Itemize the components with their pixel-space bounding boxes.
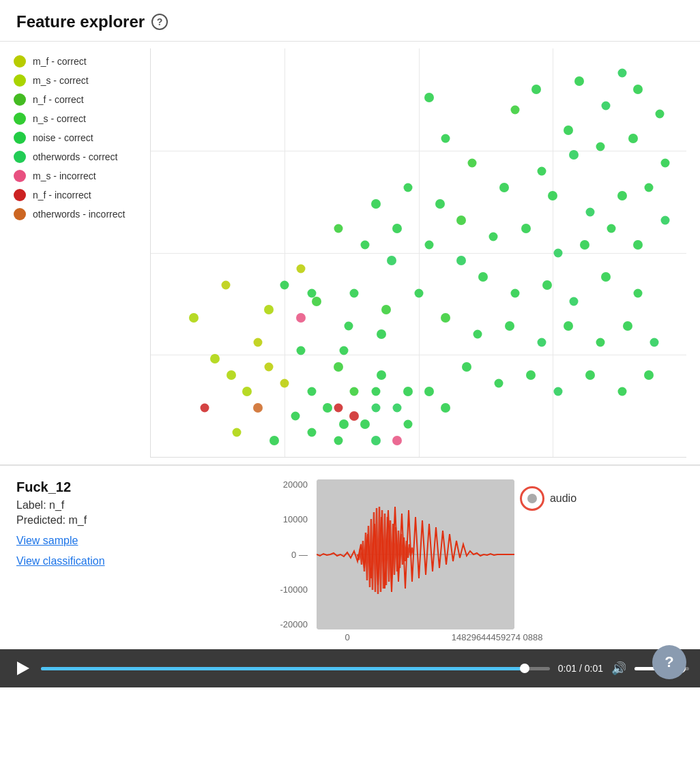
scatter-dot[interactable] bbox=[596, 142, 605, 151]
scatter-dot[interactable] bbox=[371, 404, 380, 413]
scatter-dot[interactable] bbox=[644, 370, 654, 380]
scatter-dot[interactable] bbox=[521, 224, 531, 233]
scatter-dot[interactable] bbox=[307, 428, 316, 437]
scatter-dot[interactable] bbox=[210, 354, 220, 363]
progress-knob[interactable] bbox=[520, 664, 529, 673]
scatter-dot[interactable] bbox=[392, 224, 402, 233]
scatter-dot[interactable] bbox=[403, 387, 413, 396]
scatter-dot[interactable] bbox=[489, 232, 498, 241]
scatter-dot[interactable] bbox=[495, 379, 504, 388]
scatter-dot[interactable] bbox=[307, 289, 316, 298]
scatter-dot[interactable] bbox=[526, 370, 536, 380]
scatter-dot[interactable] bbox=[538, 338, 546, 347]
scatter-dot[interactable] bbox=[585, 370, 595, 380]
scatter-dot[interactable] bbox=[650, 338, 658, 347]
scatter-dot[interactable] bbox=[339, 419, 349, 429]
scatter-dot[interactable] bbox=[200, 404, 209, 413]
scatter-dot[interactable] bbox=[424, 387, 434, 396]
view-sample-link[interactable]: View sample bbox=[16, 535, 153, 547]
scatter-plot[interactable] bbox=[150, 48, 686, 458]
scatter-dot[interactable] bbox=[349, 411, 359, 421]
scatter-dot[interactable] bbox=[345, 322, 353, 331]
scatter-dot[interactable] bbox=[570, 297, 579, 306]
scatter-dot[interactable] bbox=[361, 240, 370, 249]
scatter-dot[interactable] bbox=[323, 403, 332, 413]
scatter-dot[interactable] bbox=[435, 199, 445, 209]
scatter-dot[interactable] bbox=[403, 420, 412, 429]
scatter-dot[interactable] bbox=[350, 387, 359, 396]
scatter-dot[interactable] bbox=[580, 240, 589, 250]
scatter-dot[interactable] bbox=[633, 240, 643, 250]
scatter-dot[interactable] bbox=[617, 68, 626, 77]
scatter-dot[interactable] bbox=[441, 403, 450, 413]
scatter-dot[interactable] bbox=[381, 305, 391, 314]
scatter-dot[interactable] bbox=[296, 265, 305, 273]
scatter-dot[interactable] bbox=[377, 329, 386, 339]
scatter-dot[interactable] bbox=[473, 330, 482, 339]
scatter-dot[interactable] bbox=[312, 297, 321, 306]
scatter-dot[interactable] bbox=[253, 403, 263, 413]
scatter-dot[interactable] bbox=[655, 109, 664, 118]
scatter-dot[interactable] bbox=[531, 85, 541, 94]
scatter-dot[interactable] bbox=[371, 199, 381, 209]
scatter-dot[interactable] bbox=[371, 436, 381, 445]
scatter-dot[interactable] bbox=[456, 216, 466, 225]
scatter-dot[interactable] bbox=[564, 321, 573, 331]
scatter-dot[interactable] bbox=[221, 281, 230, 290]
scatter-dot[interactable] bbox=[660, 158, 669, 167]
scatter-dot[interactable] bbox=[569, 150, 579, 160]
view-classification-link[interactable]: View classification bbox=[16, 555, 153, 567]
scatter-dot[interactable] bbox=[510, 105, 519, 114]
scatter-dot[interactable] bbox=[633, 85, 643, 94]
scatter-dot[interactable] bbox=[189, 313, 199, 323]
progress-bar[interactable] bbox=[41, 667, 550, 670]
scatter-dot[interactable] bbox=[510, 289, 519, 298]
scatter-dot[interactable] bbox=[414, 289, 423, 298]
scatter-dot[interactable] bbox=[307, 387, 316, 396]
help-fab-button[interactable]: ? bbox=[652, 645, 686, 679]
scatter-dot[interactable] bbox=[269, 436, 279, 445]
scatter-dot[interactable] bbox=[227, 370, 236, 380]
scatter-dot[interactable] bbox=[553, 387, 562, 396]
scatter-dot[interactable] bbox=[280, 379, 289, 388]
scatter-dot[interactable] bbox=[441, 134, 450, 143]
scatter-dot[interactable] bbox=[564, 125, 573, 135]
scatter-dot[interactable] bbox=[660, 216, 669, 224]
scatter-dot[interactable] bbox=[596, 338, 605, 347]
scatter-dot[interactable] bbox=[542, 280, 552, 290]
scatter-dot[interactable] bbox=[242, 387, 252, 396]
scatter-dot[interactable] bbox=[403, 183, 412, 192]
scatter-dot[interactable] bbox=[291, 412, 300, 421]
scatter-dot[interactable] bbox=[628, 134, 638, 143]
scatter-dot[interactable] bbox=[645, 183, 654, 192]
scatter-dot[interactable] bbox=[601, 272, 611, 282]
scatter-dot[interactable] bbox=[296, 313, 306, 323]
scatter-dot[interactable] bbox=[505, 321, 514, 331]
scatter-dot[interactable] bbox=[377, 370, 386, 380]
scatter-dot[interactable] bbox=[371, 387, 380, 396]
play-button[interactable] bbox=[11, 657, 33, 679]
scatter-dot[interactable] bbox=[462, 362, 471, 372]
scatter-dot[interactable] bbox=[617, 387, 626, 396]
scatter-dot[interactable] bbox=[548, 191, 557, 201]
scatter-dot[interactable] bbox=[634, 289, 643, 298]
scatter-dot[interactable] bbox=[387, 256, 396, 265]
scatter-dot[interactable] bbox=[574, 76, 584, 86]
scatter-dot[interactable] bbox=[553, 248, 562, 257]
scatter-dot[interactable] bbox=[441, 313, 450, 323]
scatter-dot[interactable] bbox=[334, 224, 342, 233]
scatter-dot[interactable] bbox=[456, 256, 466, 265]
header-help-icon[interactable]: ? bbox=[151, 14, 168, 30]
scatter-dot[interactable] bbox=[334, 436, 342, 445]
scatter-dot[interactable] bbox=[393, 404, 402, 413]
scatter-dot[interactable] bbox=[334, 362, 343, 372]
scatter-dot[interactable] bbox=[254, 338, 263, 347]
scatter-dot[interactable] bbox=[499, 183, 509, 192]
scatter-dot[interactable] bbox=[334, 404, 342, 413]
scatter-dot[interactable] bbox=[602, 101, 611, 110]
scatter-dot[interactable] bbox=[623, 321, 632, 331]
scatter-dot[interactable] bbox=[468, 158, 477, 167]
scatter-dot[interactable] bbox=[350, 289, 359, 298]
scatter-dot[interactable] bbox=[296, 346, 305, 355]
scatter-dot[interactable] bbox=[478, 272, 488, 282]
